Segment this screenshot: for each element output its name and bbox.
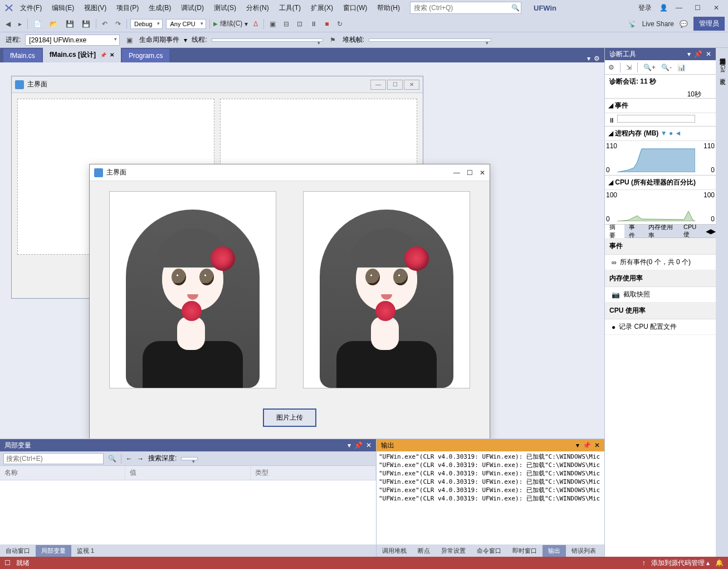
tab-watch[interactable]: 监视 1 <box>71 545 100 557</box>
stop-icon[interactable]: ■ <box>323 19 331 29</box>
scroll-right-icon[interactable]: ▶ <box>711 227 716 235</box>
live-share-icon[interactable]: 📡 <box>628 20 637 28</box>
continue-button[interactable]: 继续(C) ▾ <box>213 19 248 28</box>
pin-icon[interactable]: 📌 <box>354 441 363 449</box>
depth-dropdown[interactable] <box>181 457 198 460</box>
output-text[interactable]: "UFWin.exe"(CLR v4.0.30319: UFWin.exe): … <box>377 451 604 544</box>
tab-autos[interactable]: 自动窗口 <box>0 545 36 557</box>
runtime-max-icon[interactable]: ☐ <box>467 169 473 177</box>
tab-callstack[interactable]: 调用堆栈 <box>377 545 412 557</box>
pause-icon[interactable]: ⏸ <box>308 19 319 29</box>
search-icon[interactable]: 🔍 <box>510 4 521 12</box>
maximize-icon[interactable]: ☐ <box>695 4 706 12</box>
tab-program-cs[interactable]: Program.cs <box>122 49 169 62</box>
zoom-in-icon[interactable]: 🔍+ <box>643 64 656 71</box>
save-icon[interactable]: 💾 <box>63 19 76 29</box>
menu-analyze[interactable]: 分析(N) <box>242 1 273 15</box>
platform-dropdown[interactable]: Any CPU <box>166 19 206 29</box>
runtime-min-icon[interactable]: — <box>453 169 460 177</box>
tab-exception[interactable]: 异常设置 <box>436 545 471 557</box>
tab-fmain-design[interactable]: fMain.cs [设计]📌✕ <box>43 47 121 62</box>
login-link[interactable]: 登录 <box>638 3 652 13</box>
runtime-close-icon[interactable]: ✕ <box>480 169 485 177</box>
undo-icon[interactable]: ↶ <box>100 19 110 29</box>
save-all-icon[interactable]: 💾 <box>80 19 92 29</box>
chart-icon[interactable]: 📊 <box>677 64 686 71</box>
search-icon[interactable]: 🔍 <box>108 455 116 463</box>
bell-icon[interactable]: 🔔 <box>715 559 724 567</box>
pin-icon[interactable]: ▾ <box>348 441 351 449</box>
solution-explorer-tab[interactable]: 解决方案资源管理器 <box>716 50 728 57</box>
locals-search-input[interactable] <box>3 453 104 464</box>
git-changes-tab[interactable]: Git 更改 <box>716 61 728 77</box>
menu-extensions[interactable]: 扩展(X) <box>306 1 338 15</box>
menu-build[interactable]: 生成(B) <box>144 1 175 15</box>
pin-icon[interactable]: 📌 <box>100 52 106 58</box>
hot-reload-icon[interactable]: ᐃ <box>251 19 260 29</box>
nav-forward-icon[interactable]: → <box>137 455 144 463</box>
zoom-out-icon[interactable]: 🔍- <box>661 64 672 71</box>
record-cpu-item[interactable]: ●记录 CPU 配置文件 <box>605 319 716 335</box>
cpu-chart[interactable]: 1000 1000 <box>605 190 716 225</box>
nav-back-icon[interactable]: ← <box>126 455 133 463</box>
tab-breakpoints[interactable]: 断点 <box>412 545 436 557</box>
close-tab-icon[interactable]: ✕ <box>110 52 114 58</box>
back-icon[interactable]: ◀ <box>3 19 13 29</box>
output-header[interactable]: 输出 ▾📌✕ <box>377 439 604 451</box>
col-type[interactable]: 类型 <box>251 466 376 480</box>
step-over-icon[interactable]: ⊟ <box>281 19 291 29</box>
menu-window[interactable]: 窗口(W) <box>339 1 372 15</box>
tab-dropdown-icon[interactable]: ▾ <box>587 55 590 62</box>
forward-icon[interactable]: ▸ <box>16 19 24 29</box>
events-all-item[interactable]: ∞所有事件(0 个，共 0 个) <box>605 255 716 270</box>
tab-gear-icon[interactable]: ⚙ <box>594 55 600 62</box>
col-name[interactable]: 名称 <box>0 466 125 480</box>
runtime-titlebar[interactable]: 主界面 — ☐ ✕ <box>90 164 490 181</box>
designer-surface[interactable]: 主界面 — ☐ ✕ 主界面 — <box>0 62 604 439</box>
diag-header[interactable]: 诊断工具 ▾📌✕ <box>605 48 716 60</box>
stackframe-dropdown[interactable] <box>369 38 491 42</box>
gear-icon[interactable]: ⚙ <box>608 64 614 71</box>
tab-fmain-cs[interactable]: fMain.cs <box>3 49 42 62</box>
runtime-window[interactable]: 主界面 — ☐ ✕ <box>89 164 490 439</box>
open-icon[interactable]: 📂 <box>47 19 60 29</box>
snapshot-item[interactable]: 📷截取快照 <box>605 287 716 303</box>
pause-icon[interactable]: ⏸ <box>608 116 615 124</box>
export-icon[interactable]: ⇲ <box>626 64 632 71</box>
flag-icon[interactable]: ⚑ <box>328 35 338 45</box>
dropdown-icon[interactable]: ▾ <box>687 50 691 58</box>
source-control-link[interactable]: 添加到源代码管理 ▴ <box>651 558 710 568</box>
memory-chart[interactable]: 1100 1100 <box>605 141 716 176</box>
diag-ruler[interactable]: 10秒 <box>605 89 716 99</box>
search-input[interactable] <box>411 4 510 12</box>
tab-output[interactable]: 输出 <box>543 545 566 557</box>
locals-header[interactable]: 局部变量 ▾📌✕ <box>0 439 376 451</box>
step-icon[interactable]: ▣ <box>267 19 278 29</box>
tab-locals[interactable]: 局部变量 <box>36 545 71 557</box>
upload-button[interactable]: 图片上传 <box>263 408 316 427</box>
close-icon[interactable]: ✕ <box>706 50 711 58</box>
col-value[interactable]: 值 <box>125 466 251 480</box>
restart-icon[interactable]: ↻ <box>335 19 345 29</box>
menu-file[interactable]: 文件(F) <box>16 1 46 15</box>
config-dropdown[interactable]: Debug <box>130 19 163 29</box>
menu-help[interactable]: 帮助(H) <box>373 1 404 15</box>
tab-errors[interactable]: 错误列表 <box>566 545 602 557</box>
admin-button[interactable]: 管理员 <box>693 17 725 31</box>
tab-cmd[interactable]: 命令窗口 <box>471 545 507 557</box>
pin-icon[interactable]: ▾ <box>576 441 579 449</box>
minimize-icon[interactable]: — <box>676 4 687 12</box>
menu-debug[interactable]: 调试(D) <box>177 1 208 15</box>
live-share-button[interactable]: Live Share <box>642 20 674 28</box>
step-into-icon[interactable]: ⊡ <box>295 19 305 29</box>
redo-icon[interactable]: ↷ <box>113 19 123 29</box>
feedback-icon[interactable]: 💬 <box>680 20 688 28</box>
user-icon[interactable]: 👤 <box>659 4 668 12</box>
locals-grid[interactable]: 名称 值 类型 <box>0 466 376 544</box>
menu-project[interactable]: 项目(P) <box>112 1 143 15</box>
menu-test[interactable]: 测试(S) <box>209 1 241 15</box>
menu-edit[interactable]: 编辑(E) <box>47 1 79 15</box>
pin-icon[interactable]: 📌 <box>583 441 591 449</box>
new-icon[interactable]: 📄 <box>31 19 44 29</box>
pin-icon[interactable]: 📌 <box>694 50 702 58</box>
